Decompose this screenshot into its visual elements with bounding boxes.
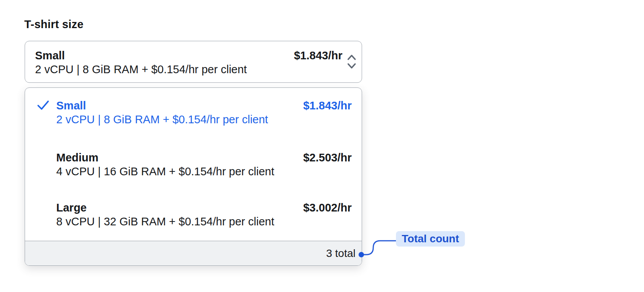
option-specs: 4 vCPU | 16 GiB RAM + $0.154/hr per clie… [56, 164, 352, 178]
check-icon [37, 100, 49, 111]
total-count-text: 3 total [326, 247, 356, 260]
dropdown-footer: 3 total [25, 241, 362, 265]
annotation-connector-line [356, 227, 401, 260]
option-medium[interactable]: Medium $2.503/hr 4 vCPU | 16 GiB RAM + $… [25, 151, 362, 178]
trigger-title-row: Small $1.843/hr [35, 49, 342, 62]
option-specs: 2 vCPU | 8 GiB RAM + $0.154/hr per clien… [56, 112, 352, 126]
option-price: $1.843/hr [303, 99, 352, 112]
option-name: Large [56, 201, 87, 215]
tshirt-size-select-trigger[interactable]: Small $1.843/hr 2 vCPU | 8 GiB RAM + $0.… [25, 41, 362, 83]
option-small[interactable]: Small $1.843/hr 2 vCPU | 8 GiB RAM + $0.… [25, 99, 362, 126]
option-specs: 8 vCPU | 32 GiB RAM + $0.154/hr per clie… [56, 215, 352, 228]
option-large[interactable]: Large $3.002/hr 8 vCPU | 32 GiB RAM + $0… [25, 201, 362, 228]
selected-option-specs: 2 vCPU | 8 GiB RAM + $0.154/hr per clien… [35, 62, 342, 76]
option-name: Medium [56, 151, 99, 164]
tshirt-size-dropdown: Small $1.843/hr 2 vCPU | 8 GiB RAM + $0.… [25, 87, 362, 266]
chevron-up-down-icon [347, 54, 356, 69]
field-label: T-shirt size [24, 18, 84, 31]
option-name: Small [56, 99, 86, 112]
option-price: $3.002/hr [303, 201, 352, 215]
annotation-total-count-label: Total count [396, 231, 465, 247]
selected-option-price: $1.843/hr [294, 49, 342, 62]
selected-option-name: Small [35, 49, 65, 62]
option-price: $2.503/hr [303, 151, 352, 164]
